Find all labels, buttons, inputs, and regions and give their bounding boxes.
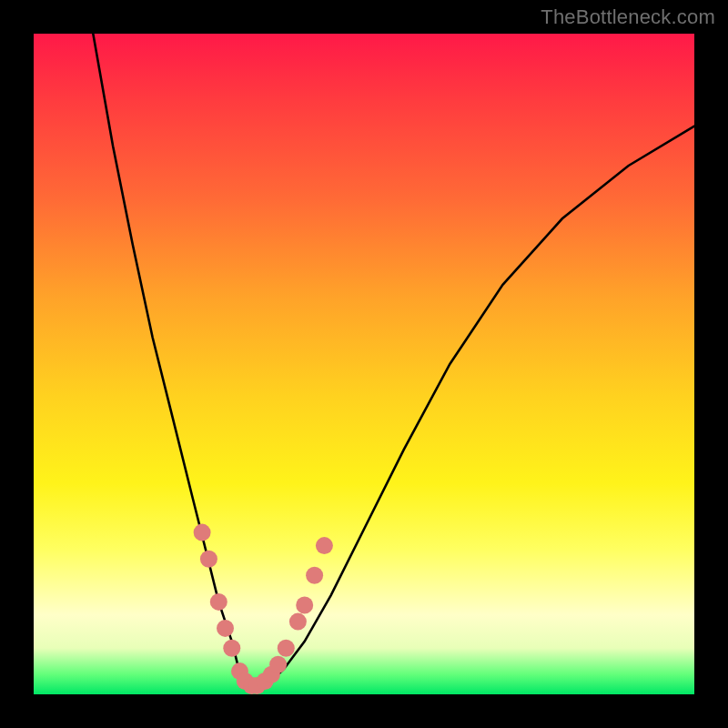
marker-point [223,640,240,657]
marker-point [269,656,287,673]
chart-frame: TheBottleneck.com [0,0,728,728]
marker-group [194,524,333,695]
bottleneck-curve [93,34,694,688]
marker-point [289,613,307,631]
marker-point [316,537,333,554]
chart-svg [34,34,694,694]
plot-area [34,34,694,694]
marker-point [200,551,217,568]
marker-point [217,620,234,637]
marker-point [278,640,295,657]
marker-point [296,597,313,614]
marker-point [210,593,228,611]
marker-point [306,567,323,584]
marker-point [194,524,211,541]
watermark-text: TheBottleneck.com [541,5,715,29]
